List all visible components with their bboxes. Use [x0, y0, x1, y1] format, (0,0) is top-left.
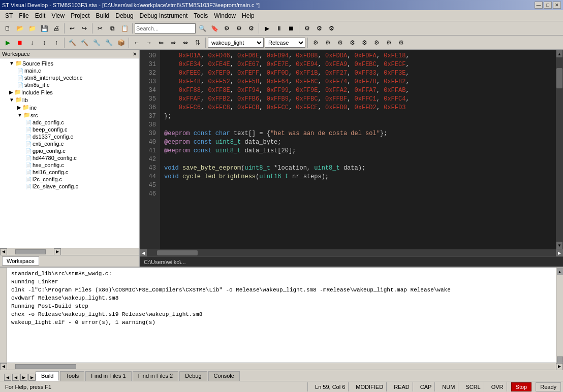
config1-button[interactable]: ⚙	[310, 37, 321, 48]
editor-content[interactable]: 30 31 32 33 34 35 36 37 38 39 40 41 42 4…	[140, 50, 563, 249]
hscroll-left-btn[interactable]: ◀	[140, 249, 147, 256]
extra1-button[interactable]: ⚙	[301, 23, 312, 34]
tab-nav-left[interactable]: ◀	[4, 374, 11, 381]
workspace-close-icon[interactable]: ✕	[133, 51, 137, 57]
tab-find2[interactable]: Find in Files 2	[133, 371, 178, 381]
bookmark-button[interactable]: 🔖	[209, 23, 220, 34]
menu-debug-instrument[interactable]: Debug instrument	[137, 11, 191, 20]
tab-tools[interactable]: Tools	[60, 371, 84, 381]
tree-item-gpio[interactable]: 📄 gpio_config.c	[1, 147, 138, 154]
output-hscroll-thumb[interactable]	[15, 364, 76, 369]
stop2-button[interactable]: ⏹	[14, 37, 25, 48]
open-button[interactable]: 📂	[14, 23, 25, 34]
menu-build[interactable]: Build	[93, 11, 113, 20]
tree-item-hd44780[interactable]: 📄 hd44780_config.c	[1, 154, 138, 161]
hscroll-thumb[interactable]	[15, 249, 46, 254]
menu-edit[interactable]: Edit	[32, 11, 49, 20]
tree-item-interrupt[interactable]: 📄 stm8_interrupt_vector.c	[1, 74, 138, 81]
stop-button[interactable]: Stop	[511, 382, 532, 391]
new-button[interactable]: 🗋	[2, 23, 13, 34]
config4-button[interactable]: ⚙	[347, 37, 358, 48]
copy-button[interactable]: ⧉	[107, 23, 118, 34]
tree-item-include-files[interactable]: ▶ 📁 Include Files	[1, 88, 138, 96]
nav4-button[interactable]: ⇒	[168, 37, 179, 48]
extra2-button[interactable]: ⚙	[314, 23, 325, 34]
nav1-button[interactable]: ←	[131, 37, 142, 48]
config7-button[interactable]: ⚙	[383, 37, 394, 48]
config8-button[interactable]: ⚙	[395, 37, 406, 48]
step3-button[interactable]: ↑	[51, 37, 62, 48]
tab-nav-right[interactable]: ▶	[20, 374, 27, 381]
output-content[interactable]: standard_lib\src\stm8s_wwdg.c: Running L…	[7, 268, 556, 363]
tree-item-beep[interactable]: 📄 beep_config.c	[1, 126, 138, 133]
close-button[interactable]: ✕	[553, 2, 561, 9]
window-controls[interactable]: — □ ✕	[535, 2, 561, 9]
build2-button[interactable]: 🔨	[79, 37, 90, 48]
project-dropdown[interactable]: wakeup_light	[208, 38, 264, 48]
editor-vscroll-thumb[interactable]	[556, 68, 562, 88]
ohscroll-left[interactable]: ◀	[0, 363, 7, 370]
tab-build[interactable]: Build	[36, 371, 59, 381]
hscroll-right[interactable]: ▶	[54, 248, 61, 255]
tree-item-hsi16[interactable]: 📄 hsi16_config.c	[1, 169, 138, 176]
tree-item-hse[interactable]: 📄 hse_config.c	[1, 161, 138, 169]
tree-item-source-files[interactable]: ▼ 📁 Source Files	[1, 59, 138, 67]
debug1-button[interactable]: ▶	[261, 23, 272, 34]
tab-nav-left2[interactable]: ◀	[12, 374, 19, 381]
save-button[interactable]: 💾	[39, 23, 50, 34]
editor-vscroll[interactable]: ▲ ▼	[556, 50, 563, 249]
tab-debug[interactable]: Debug	[179, 371, 207, 381]
tree-item-adc[interactable]: 📄 adc_config.c	[1, 119, 138, 126]
menu-view[interactable]: View	[48, 11, 68, 20]
tool5-button[interactable]: ⚙	[245, 23, 257, 34]
output-vscroll-thumb[interactable]	[557, 356, 563, 363]
editor-hscroll-thumb[interactable]	[157, 250, 198, 255]
tree-item-stm8s[interactable]: 📄 stm8s_it.c	[1, 81, 138, 88]
config6-button[interactable]: ⚙	[371, 37, 382, 48]
hscroll-right-btn[interactable]: ▶	[556, 249, 563, 256]
ovscroll-up-btn[interactable]: ▲	[557, 268, 563, 275]
search-input[interactable]	[135, 23, 196, 34]
build1-button[interactable]: 🔨	[67, 37, 78, 48]
menu-help[interactable]: Help	[239, 11, 258, 20]
config5-button[interactable]: ⚙	[359, 37, 370, 48]
tree-item-lib[interactable]: ▼ 📁 lib	[1, 96, 138, 104]
minimize-button[interactable]: —	[535, 2, 543, 9]
config-dropdown[interactable]: Release	[265, 38, 305, 48]
step-button[interactable]: ↓	[26, 37, 38, 48]
tree-item-inc[interactable]: ▶ 📁 inc	[1, 104, 138, 111]
run-button[interactable]: ▶	[2, 37, 13, 48]
redo-button[interactable]: ↪	[79, 23, 90, 34]
search-button[interactable]: 🔍	[197, 23, 208, 34]
workspace-hscroll[interactable]: ◀ ▶	[0, 248, 139, 255]
workspace-tab[interactable]: Workspace	[2, 256, 39, 266]
tree-item-i2c-slave[interactable]: 📄 i2c_slave_config.c	[1, 183, 138, 190]
output-hscroll[interactable]: ◀ ▶	[0, 363, 563, 370]
nav3-button[interactable]: ⇐	[155, 37, 167, 48]
menu-tools[interactable]: Tools	[191, 11, 211, 20]
tool4-button[interactable]: ⚙	[233, 23, 244, 34]
paste-button[interactable]: 📋	[119, 23, 130, 34]
ohscroll-right[interactable]: ▶	[556, 363, 563, 370]
config3-button[interactable]: ⚙	[334, 37, 346, 48]
editor-hscroll[interactable]: ◀ ▶	[140, 249, 563, 256]
code-editor[interactable]: 0xFD1A, 0xFD46, 0xFD6E, 0xFD94, 0xFDB8, …	[160, 50, 556, 249]
tool3-button[interactable]: ⚙	[221, 23, 232, 34]
build4-button[interactable]: 🔧	[103, 37, 114, 48]
vscroll-up-btn[interactable]: ▲	[556, 50, 562, 57]
tree-item-ds1337[interactable]: 📄 ds1337_config.c	[1, 133, 138, 140]
menu-project[interactable]: Project	[68, 11, 92, 20]
cut-button[interactable]: ✂	[95, 23, 106, 34]
config2-button[interactable]: ⚙	[322, 37, 333, 48]
tree-item-src[interactable]: ▼ 📁 src	[1, 111, 138, 119]
open2-button[interactable]: 📁	[26, 23, 38, 34]
tab-console[interactable]: Console	[208, 371, 240, 381]
undo-button[interactable]: ↩	[67, 23, 78, 34]
output-vscroll[interactable]: ▲ ▼	[556, 268, 563, 363]
menu-st[interactable]: ST	[2, 11, 16, 20]
print-button[interactable]: 🖨	[51, 23, 62, 34]
extra3-button[interactable]: ⚙	[326, 23, 337, 34]
hscroll-left[interactable]: ◀	[0, 248, 7, 255]
nav5-button[interactable]: ⇔	[180, 37, 191, 48]
tree-item-main-c[interactable]: 📄 main.c	[1, 67, 138, 74]
